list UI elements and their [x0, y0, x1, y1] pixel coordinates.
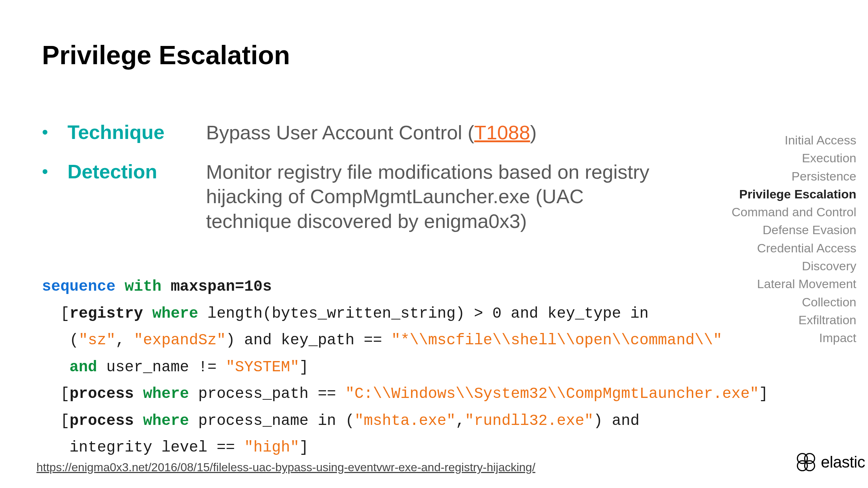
detection-label: Detection [67, 160, 206, 183]
code-keyword: where [134, 385, 189, 403]
code-string: "SYSTEM" [226, 359, 299, 376]
code-keyword: with [116, 278, 171, 295]
code-string: "mshta.exe" [354, 412, 456, 430]
code-text: length(bytes_written_string) > 0 and key… [198, 305, 649, 322]
code-text: ) and [593, 412, 639, 430]
technique-value: Bypass User Account Control (T1088) [206, 120, 673, 145]
code-text: ] [299, 439, 309, 456]
code-text: process [70, 385, 134, 403]
elastic-logo-text: elastic [821, 453, 865, 471]
sidebar-item: Discovery [732, 257, 856, 275]
code-text: maxspan=10s [171, 278, 272, 295]
elastic-logo: elastic [795, 451, 865, 473]
sidebar-item: Defense Evasion [732, 221, 856, 239]
slide: Privilege Escalation • Technique Bypass … [0, 0, 868, 488]
technique-label: Technique [67, 120, 206, 144]
technique-id-link[interactable]: T1088 [474, 121, 530, 143]
bullet-list: • Technique Bypass User Account Control … [42, 120, 673, 248]
code-text: ( [42, 332, 79, 349]
elastic-logo-icon [795, 451, 817, 473]
bullet-icon: • [42, 123, 67, 142]
code-text: user_name != [97, 359, 226, 376]
code-string: "expandSz" [134, 332, 226, 349]
code-text: process_path == [189, 385, 345, 403]
code-text: [ [42, 305, 70, 322]
code-text: ] [759, 385, 768, 403]
sidebar-item: Initial Access [732, 131, 856, 149]
technique-text-prefix: Bypass User Account Control ( [206, 121, 474, 143]
code-string: "*\\mscfile\\shell\\open\\command\\" [391, 332, 722, 349]
code-keyword: where [134, 412, 189, 430]
bullet-icon: • [42, 162, 67, 181]
code-keyword: sequence [42, 278, 116, 295]
code-text: , [456, 412, 465, 430]
code-text: process_name in ( [189, 412, 354, 430]
code-text: [ [42, 385, 70, 403]
code-text: , [116, 332, 134, 349]
sidebar-item: Execution [732, 149, 856, 167]
code-string: "rundll32.exe" [465, 412, 593, 430]
page-title: Privilege Escalation [42, 40, 290, 70]
code-string: "high" [244, 439, 299, 456]
footer-reference-link[interactable]: https://enigma0x3.net/2016/08/15/fileles… [36, 461, 535, 474]
code-keyword: and [42, 359, 97, 376]
code-block: sequence with maxspan=10s [registry wher… [42, 274, 844, 461]
code-string: "C:\\Windows\\System32\\CompMgmtLauncher… [345, 385, 759, 403]
code-text: ] [299, 359, 309, 376]
code-text: ) and key_path == [226, 332, 391, 349]
code-string: "sz" [79, 332, 116, 349]
detection-value: Monitor registry file modifications base… [206, 160, 673, 234]
technique-text-suffix: ) [530, 121, 536, 143]
technique-row: • Technique Bypass User Account Control … [42, 120, 673, 145]
code-text: process [70, 412, 134, 430]
sidebar-item: Command and Control [732, 203, 856, 221]
sidebar-item: Persistence [732, 167, 856, 185]
sidebar-item: Credential Access [732, 239, 856, 257]
code-keyword: where [143, 305, 198, 322]
svg-point-3 [805, 461, 814, 470]
detection-row: • Detection Monitor registry file modifi… [42, 160, 673, 234]
code-text: [ [42, 412, 70, 430]
sidebar-item: Privilege Escalation [732, 185, 856, 203]
code-text: registry [70, 305, 143, 322]
code-text: integrity level == [42, 439, 244, 456]
